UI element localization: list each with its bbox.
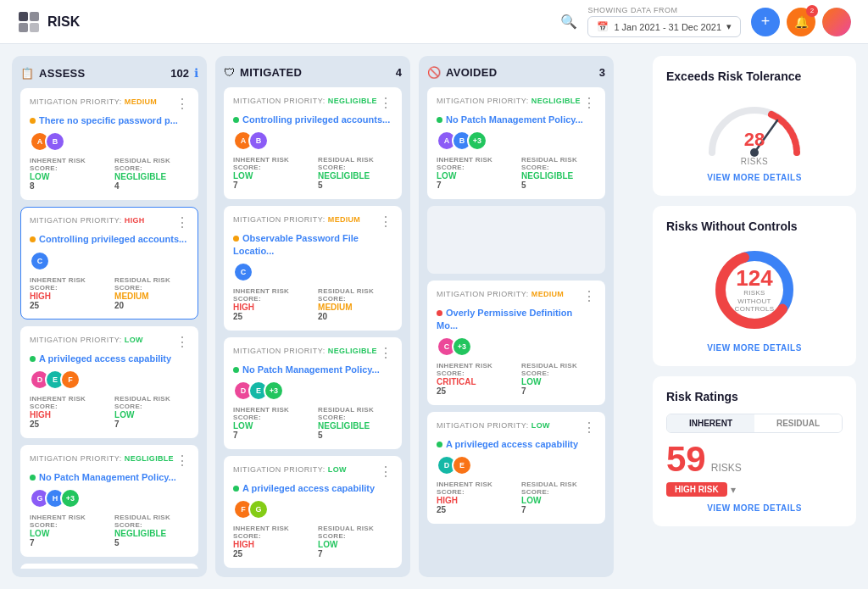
card-menu-icon[interactable]: ⋮: [379, 465, 392, 479]
donut-chart: 124 RISKS WITHOUTCONTROLS: [708, 243, 801, 336]
inherent-rating: LOW: [437, 171, 511, 181]
residual-label: RESIDUAL RISK SCORE:: [318, 525, 392, 540]
risk-card[interactable]: MITIGATION PRIORITY: MEDIUM ⋮ Observable…: [224, 206, 402, 331]
residual-rating: NEGLIGIBLE: [114, 172, 189, 181]
card-menu-icon[interactable]: ⋮: [175, 216, 189, 230]
risk-card[interactable]: MITIGATION PRIORITY: NEGLIGIBLE ⋮ No Pat…: [224, 337, 402, 449]
inherent-rating: HIGH: [30, 292, 104, 301]
priority-badge: LOW: [328, 465, 347, 474]
residual-number: 7: [521, 386, 596, 396]
card-menu-icon[interactable]: ⋮: [175, 97, 189, 111]
risk-card[interactable]: MITIGATION PRIORITY: MEDIUM ⋮ There no s…: [20, 88, 198, 200]
date-range-picker[interactable]: 📅 1 Jan 2021 - 31 Dec 2021 ▾: [587, 16, 741, 37]
card-menu-icon[interactable]: ⋮: [175, 336, 189, 349]
residual-label: RESIDUAL RISK SCORE:: [521, 481, 596, 496]
residual-number: 5: [318, 431, 392, 440]
residual-score: RESIDUAL RISK SCORE: MEDIUM 20: [114, 276, 189, 310]
inherent-number: 8: [30, 181, 104, 191]
tab-residual[interactable]: RESIDUAL: [754, 414, 842, 432]
residual-rating: MEDIUM: [114, 292, 189, 301]
risk-card[interactable]: MITIGATION PRIORITY: NEGLIGIBLE ⋮ Contro…: [224, 87, 402, 199]
risk-card[interactable]: MITIGATION PRIORITY: HIGH ⋮ Controlling …: [20, 207, 198, 319]
no-controls-title: Risks Without Controls: [666, 219, 843, 233]
card-menu-icon[interactable]: ⋮: [175, 454, 189, 468]
risk-card[interactable]: MITIGATION PRIORITY: MEDIUM ⋮ Overly Per…: [427, 281, 605, 405]
inherent-rating: HIGH: [30, 410, 104, 420]
inherent-rating: LOW: [30, 529, 104, 538]
svg-text:28: 28: [744, 129, 765, 150]
risk-card[interactable]: MITIGATION PRIORITY: LOW ⋮ A privileged …: [427, 412, 605, 524]
column-title: ASSESS: [39, 67, 165, 80]
inherent-number: 7: [437, 181, 511, 190]
notification-badge: 2: [806, 5, 818, 17]
priority-badge: NEGLIGIBLE: [531, 97, 581, 105]
exceeds-view-more[interactable]: VIEW MORE DETAILS: [707, 173, 802, 182]
ratings-view-more[interactable]: VIEW MORE DETAILS: [666, 503, 843, 513]
card-title: Observable Password File Locatio...: [233, 232, 392, 257]
card-menu-icon[interactable]: ⋮: [582, 97, 596, 110]
card-menu-icon[interactable]: ⋮: [582, 421, 596, 435]
risk-card[interactable]: MITIGATION PRIORITY: LOW ⋮ A privileged …: [20, 326, 198, 438]
chevron-down-icon: ▾: [726, 21, 732, 32]
column-avoided: 🚫 AVOIDED 3 MITIGATION PRIORITY: NEGLIGI…: [419, 56, 614, 577]
residual-score: RESIDUAL RISK SCORE: LOW 7: [318, 525, 392, 558]
residual-number: 20: [114, 301, 189, 310]
info-icon[interactable]: ℹ: [194, 66, 198, 80]
inherent-score: INHERENT RISK SCORE: HIGH 25: [233, 525, 308, 558]
card-title: Overly Permissive Definition Mo...: [437, 307, 596, 331]
card-menu-icon[interactable]: ⋮: [582, 290, 596, 303]
risk-card[interactable]: MITIGATION PRIORITY: NEGLIGIBLE ⋮ No Pat…: [427, 87, 605, 199]
risk-card[interactable]: MITIGATION PRIORITY: LOW ⋮ A privileged …: [224, 456, 402, 568]
scores: INHERENT RISK SCORE: LOW 7 RESIDUAL RISK…: [233, 156, 392, 190]
inherent-score: INHERENT RISK SCORE: CRITICAL 25: [437, 362, 511, 396]
residual-number: 7: [521, 505, 596, 514]
risk-card[interactable]: MITIGATION PRIORITY: MEDIUM ⋮ Overly Per…: [20, 564, 198, 569]
inherent-number: 7: [233, 181, 308, 190]
priority-dot: [233, 117, 239, 123]
inherent-rating: HIGH: [437, 496, 511, 505]
card-menu-icon[interactable]: ⋮: [379, 97, 392, 110]
no-controls-view-more[interactable]: VIEW MORE DETAILS: [707, 343, 802, 353]
mitigation-label: MITIGATION PRIORITY: NEGLIGIBLE: [233, 97, 377, 105]
avatar: B: [45, 131, 65, 152]
inherent-score: INHERENT RISK SCORE: LOW 7: [30, 514, 104, 547]
inherent-number: 7: [30, 538, 104, 547]
card-title: Controlling privileged accounts...: [30, 233, 189, 245]
user-avatar-button[interactable]: [822, 8, 851, 36]
svg-rect-3: [30, 23, 39, 32]
tab-inherent[interactable]: INHERENT: [667, 414, 754, 432]
column-title: AVOIDED: [446, 66, 594, 79]
priority-badge: HIGH: [125, 216, 145, 225]
residual-number: 7: [318, 549, 392, 558]
chevron-down-icon[interactable]: ▾: [731, 484, 736, 496]
scores: INHERENT RISK SCORE: HIGH 25 RESIDUAL RI…: [437, 481, 596, 514]
date-range-value: 1 Jan 2021 - 31 Dec 2021: [614, 22, 721, 32]
scores: INHERENT RISK SCORE: HIGH 25 RESIDUAL RI…: [30, 395, 189, 429]
scores: INHERENT RISK SCORE: HIGH 25 RESIDUAL RI…: [30, 276, 189, 310]
card-menu-icon[interactable]: ⋮: [379, 215, 392, 229]
risk-card[interactable]: MITIGATION PRIORITY: NEGLIGIBLE ⋮ No Pat…: [20, 445, 198, 557]
residual-number: 20: [318, 312, 392, 321]
residual-label: RESIDUAL RISK SCORE:: [318, 287, 392, 303]
inherent-number: 25: [30, 301, 104, 310]
risk-card[interactable]: [427, 206, 605, 274]
inherent-label: INHERENT RISK SCORE:: [437, 156, 511, 171]
residual-label: RESIDUAL RISK SCORE:: [114, 395, 189, 410]
avatar-plus: +3: [452, 336, 472, 357]
residual-label: RESIDUAL RISK SCORE:: [521, 156, 596, 171]
search-button[interactable]: 🔍: [560, 14, 577, 30]
scores: INHERENT RISK SCORE: LOW 7 RESIDUAL RISK…: [233, 406, 392, 440]
priority-dot: [437, 442, 442, 447]
scores: INHERENT RISK SCORE: LOW 7 RESIDUAL RISK…: [30, 514, 189, 547]
ratings-tabs: INHERENT RESIDUAL: [666, 414, 843, 433]
column-title: MITIGATED: [240, 66, 391, 79]
add-button[interactable]: +: [751, 8, 780, 36]
notification-button[interactable]: 🔔 2: [787, 8, 815, 36]
priority-dot: [437, 117, 442, 123]
inherent-label: INHERENT RISK SCORE:: [233, 156, 308, 171]
mitigation-label: MITIGATION PRIORITY: LOW: [30, 336, 143, 344]
residual-label: RESIDUAL RISK SCORE:: [318, 156, 392, 171]
card-menu-icon[interactable]: ⋮: [379, 347, 392, 360]
inherent-number: 25: [437, 505, 511, 514]
inherent-label: INHERENT RISK SCORE:: [437, 481, 511, 496]
